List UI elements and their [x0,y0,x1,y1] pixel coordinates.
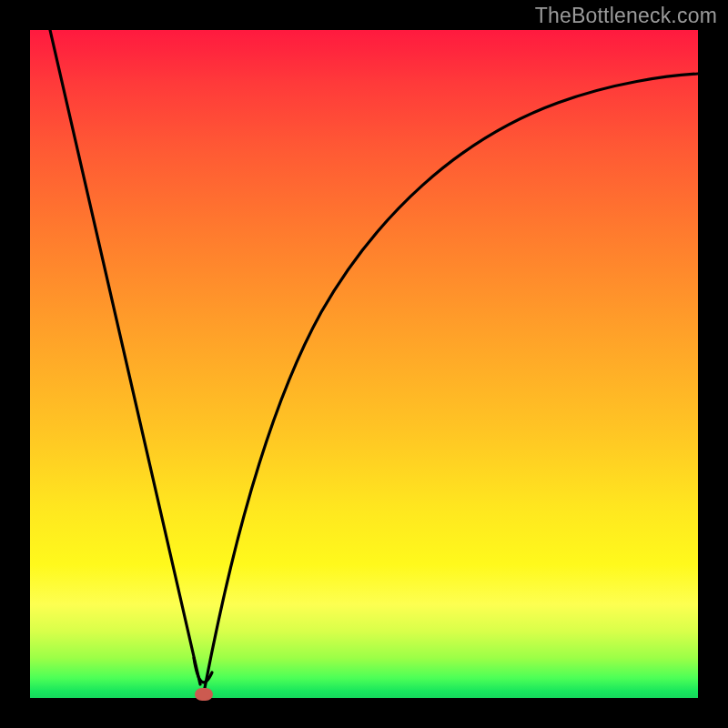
plot-area [30,30,698,698]
optimal-marker [195,688,213,701]
watermark-text: TheBottleneck.com [535,4,717,28]
bottleneck-curve [30,30,698,698]
chart-frame: TheBottleneck.com [0,0,728,728]
curve-right-branch [205,74,698,688]
curve-left-branch [50,30,200,684]
